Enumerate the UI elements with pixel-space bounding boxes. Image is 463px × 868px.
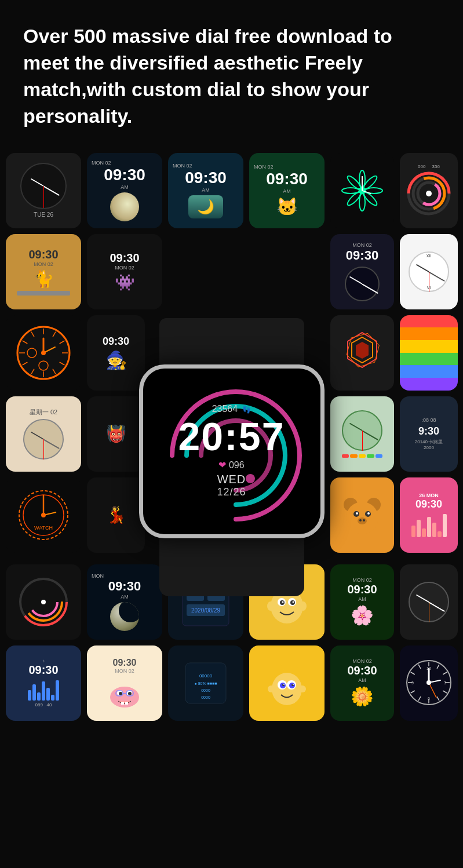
center-time: 20:57 (178, 417, 285, 456)
svg-point-74 (282, 601, 284, 603)
svg-text:0000: 0000 (201, 688, 210, 692)
wf3-ampm: AM (202, 187, 210, 193)
watch-face-4: MON 02 09:30 AM 🐱 (249, 153, 325, 228)
svg-point-124 (426, 680, 431, 685)
center-date: 12/26 (217, 486, 246, 498)
svg-text:12: 12 (426, 666, 431, 670)
center-day: WED (217, 473, 246, 486)
svg-point-52 (367, 512, 370, 515)
wf11-svg (14, 324, 72, 382)
watch-face-18: :08 08 9:30 20140·卡路里 2000 (400, 396, 458, 472)
watch-face-12: 09:30 🧙 (87, 315, 145, 391)
watch-face-33: MON 02 09:30 AM 🌼 (330, 645, 394, 721)
watch-face-3: MON 02 09:30 AM 🌙 (168, 153, 243, 228)
svg-point-55 (363, 519, 365, 521)
svg-text:00000: 00000 (199, 673, 213, 679)
wf27-icon: 🌸 (351, 604, 374, 626)
watch-face-17 (330, 396, 394, 472)
svg-point-78 (110, 687, 139, 707)
wf2-ampm: AM (121, 184, 129, 190)
wf30-svg (104, 674, 145, 709)
wf24-header: MON (92, 573, 104, 579)
band-bottom (159, 538, 304, 596)
watch-face-29: ♪ 09:30 089 40 (6, 645, 81, 721)
band-top (159, 318, 304, 364)
center-watch-body: 23564 👣 20:57 ❤ 096 WED 12/26 (139, 364, 325, 538)
page-container: Over 500 massive dial free download to m… (0, 0, 463, 756)
wf33-flower: 🌼 (351, 685, 374, 707)
wf32-svg (261, 657, 313, 709)
svg-point-106 (268, 685, 275, 692)
wf22-date: 26 MON (419, 493, 439, 498)
wf30-time: 09:30 (113, 658, 137, 668)
wf33-time: 09:30 (347, 664, 377, 677)
wf9-time: 09:30 (346, 248, 378, 263)
wf5-svg (336, 165, 388, 217)
wf18-steps: 2000 (424, 445, 434, 450)
wf23-svg (14, 573, 72, 631)
wf29-label: ♪ (42, 658, 45, 663)
watch-face-7: 09:30 MON 02 🐈 (6, 234, 81, 309)
header-section: Over 500 massive dial free download to m… (0, 0, 463, 147)
page-title: Over 500 massive dial free download to m… (23, 23, 440, 130)
svg-text:3: 3 (444, 681, 446, 685)
svg-point-75 (293, 601, 294, 603)
wf22-time: 09:30 (415, 498, 442, 510)
wf4-ampm: AM (283, 188, 291, 194)
watch-face-28 (400, 564, 458, 640)
svg-point-107 (299, 685, 306, 692)
wf33-ampm: AM (358, 677, 366, 683)
wf8-icon: 👾 (115, 273, 135, 292)
wf1-label: TUE 26 (34, 211, 53, 218)
svg-point-77 (300, 601, 307, 611)
svg-rect-86 (121, 702, 124, 705)
watch-face-1: TUE 26 (6, 153, 81, 228)
wf29-sub: 089 40 (35, 702, 52, 707)
svg-text:WATCH: WATCH (34, 525, 53, 531)
wf18-time: 9:30 (418, 425, 439, 437)
svg-point-53 (358, 517, 367, 524)
wf7-time: 09:30 (28, 248, 58, 261)
wf24-time: 09:30 (108, 579, 141, 594)
wf27-time: 09:30 (347, 583, 377, 596)
watch-face-11 (6, 315, 81, 391)
watch-face-23 (6, 564, 81, 640)
center-steps: 23564 👣 (212, 404, 251, 414)
wf18-label: :08 08 (421, 417, 436, 423)
svg-point-17 (426, 191, 432, 196)
watch-face-19: WATCH (6, 477, 81, 553)
watch-face-8: 09:30 MON 02 👾 (87, 234, 162, 309)
watch-face-22: 26 MON 09:30 (400, 477, 458, 553)
watch-face-15: 星期一 02 (6, 396, 81, 472)
watch-face-16: 👹 (87, 396, 145, 472)
wf3-time: 09:30 (185, 169, 227, 187)
watch-face-27: MON 02 09:30 AM 🌸 (330, 564, 394, 640)
svg-point-33 (41, 351, 46, 355)
wf2-time: 09:30 (104, 166, 145, 184)
watch-face-34: 12 3 6 9 (400, 645, 458, 721)
watch-face-6: 000 356 (400, 153, 458, 228)
wf24-ampm: AM (121, 594, 129, 600)
svg-point-82 (128, 692, 132, 695)
center-heartrate: ❤ 096 (218, 459, 244, 471)
wf7-cat: 🐈 (34, 269, 54, 289)
svg-point-97 (272, 673, 302, 705)
wf31-svg: 00000 ● 80% ■■■■ 0000 0000 (180, 657, 232, 709)
wf20-icon: 💃 (106, 505, 126, 524)
wf12-time: 09:30 (103, 335, 129, 348)
watch-face-31: 00000 ● 80% ■■■■ 0000 0000 (168, 645, 243, 721)
center-watch-info: 23564 👣 20:57 ❤ 096 WED 12/26 (143, 369, 320, 534)
wf29-time: 09:30 (28, 663, 58, 677)
svg-text:9: 9 (411, 681, 414, 685)
svg-point-44 (41, 513, 46, 517)
watch-face-21 (330, 477, 394, 553)
wf3-date: MON 02 (173, 163, 192, 169)
svg-marker-38 (356, 342, 369, 359)
wf4-time: 09:30 (266, 170, 308, 188)
wf6-nums: 000 356 (418, 164, 440, 169)
watch-face-14 (400, 315, 458, 391)
svg-text:● 80% ■■■■: ● 80% ■■■■ (194, 681, 217, 685)
wf7-date: MON 02 (34, 261, 53, 267)
watch-face-13 (330, 315, 394, 391)
wf33-date: MON 02 (352, 658, 372, 664)
